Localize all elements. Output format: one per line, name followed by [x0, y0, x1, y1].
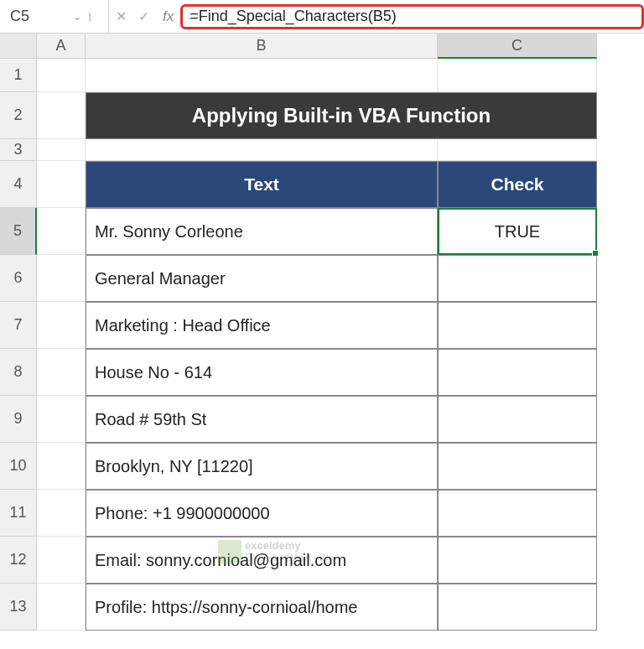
row-11: 11 Phone: +1 9900000000	[0, 490, 644, 537]
row-9: 9 Road # 59th St	[0, 396, 644, 443]
cell-c13[interactable]	[438, 584, 597, 631]
header-text[interactable]: Text	[86, 161, 438, 208]
cell-a8[interactable]	[37, 349, 86, 396]
row-header-4[interactable]: 4	[0, 161, 37, 208]
cell-c12[interactable]	[438, 537, 597, 584]
cell-a11[interactable]	[37, 490, 86, 537]
cell-a7[interactable]	[37, 302, 86, 349]
data-text-0: Mr. Sonny Corleone	[95, 222, 243, 241]
cell-a6[interactable]	[37, 255, 86, 302]
cell-c5[interactable]: TRUE	[438, 208, 597, 255]
data-text-8: Profile: https://sonny-cornioal/home	[95, 598, 358, 617]
row-8: 8 House No - 614	[0, 349, 644, 396]
name-box-dropdown-icon[interactable]: ⌄	[73, 11, 81, 23]
cell-c8[interactable]	[438, 349, 597, 396]
header-check[interactable]: Check	[438, 161, 597, 208]
row-7: 7 Marketing : Head Office	[0, 302, 644, 349]
cell-c6[interactable]	[438, 255, 597, 302]
formula-text: =Find_Special_Characters(B5)	[190, 8, 397, 25]
data-text-5: Brooklyn, NY [11220]	[95, 457, 253, 476]
rows-container: 1 2 Applying Built-in VBA Function 3 4 T…	[0, 59, 644, 631]
data-text-2: Marketing : Head Office	[95, 316, 271, 335]
data-check-0: TRUE	[495, 222, 540, 241]
cell-b7[interactable]: Marketing : Head Office	[86, 302, 438, 349]
cell-b5[interactable]: Mr. Sonny Corleone	[86, 208, 438, 255]
header-text-label: Text	[244, 174, 279, 195]
row-header-8[interactable]: 8	[0, 349, 37, 396]
row-header-6[interactable]: 6	[0, 255, 37, 302]
row-header-1[interactable]: 1	[0, 59, 37, 92]
data-text-3: House No - 614	[95, 363, 212, 382]
row-header-12[interactable]: 12	[0, 537, 37, 584]
row-header-2[interactable]: 2	[0, 92, 37, 139]
page-title: Applying Built-in VBA Function	[192, 104, 491, 127]
row-header-5[interactable]: 5	[0, 208, 37, 255]
cell-c7[interactable]	[438, 302, 597, 349]
row-12: 12 Email: sonny.cornioal@gmail.com	[0, 537, 644, 584]
spreadsheet-grid: A B C 1 2 Applying Built-in VBA Function…	[0, 34, 644, 631]
fill-handle[interactable]	[592, 250, 599, 257]
cell-a10[interactable]	[37, 443, 86, 490]
row-6: 6 General Manager	[0, 255, 644, 302]
select-all-corner[interactable]	[0, 34, 37, 59]
cell-b1[interactable]	[86, 59, 438, 92]
cell-a13[interactable]	[37, 584, 86, 631]
row-header-9[interactable]: 9	[0, 396, 37, 443]
data-text-4: Road # 59th St	[95, 410, 206, 429]
cell-b12[interactable]: Email: sonny.cornioal@gmail.com	[86, 537, 438, 584]
cell-b10[interactable]: Brooklyn, NY [11220]	[86, 443, 438, 490]
data-text-6: Phone: +1 9900000000	[95, 504, 270, 523]
cancel-icon[interactable]: ✕	[116, 8, 127, 24]
header-check-label: Check	[491, 174, 543, 195]
cell-b11[interactable]: Phone: +1 9900000000	[86, 490, 438, 537]
cell-c3[interactable]	[438, 139, 597, 161]
row-2: 2 Applying Built-in VBA Function	[0, 92, 644, 139]
data-text-7: Email: sonny.cornioal@gmail.com	[95, 551, 346, 570]
name-box-divider-icon: ⁞	[88, 10, 91, 23]
row-header-13[interactable]: 13	[0, 584, 37, 631]
cell-b6[interactable]: General Manager	[86, 255, 438, 302]
fx-icon[interactable]: fx	[156, 8, 180, 25]
name-box-value: C5	[10, 8, 29, 25]
enter-icon[interactable]: ✓	[138, 8, 149, 24]
column-headers-row: A B C	[0, 34, 644, 59]
cell-a4[interactable]	[37, 161, 86, 208]
row-13: 13 Profile: https://sonny-cornioal/home	[0, 584, 644, 631]
name-box[interactable]: C5 ⌄ ⁞	[0, 0, 109, 33]
cell-c9[interactable]	[438, 396, 597, 443]
row-4: 4 Text Check	[0, 161, 644, 208]
row-header-11[interactable]: 11	[0, 490, 37, 537]
row-1: 1	[0, 59, 644, 92]
row-10: 10 Brooklyn, NY [11220]	[0, 443, 644, 490]
cell-c10[interactable]	[438, 443, 597, 490]
cell-a5[interactable]	[37, 208, 86, 255]
col-header-b[interactable]: B	[86, 34, 438, 59]
col-header-c[interactable]: C	[438, 34, 597, 59]
row-header-7[interactable]: 7	[0, 302, 37, 349]
formula-bar: C5 ⌄ ⁞ ✕ ✓ fx =Find_Special_Characters(B…	[0, 0, 644, 34]
row-3: 3	[0, 139, 644, 161]
cell-b3[interactable]	[86, 139, 438, 161]
cell-b13[interactable]: Profile: https://sonny-cornioal/home	[86, 584, 438, 631]
col-header-a[interactable]: A	[37, 34, 86, 59]
cell-c1[interactable]	[438, 59, 597, 92]
cell-b9[interactable]: Road # 59th St	[86, 396, 438, 443]
cell-b8[interactable]: House No - 614	[86, 349, 438, 396]
formula-input[interactable]: =Find_Special_Characters(B5)	[180, 4, 644, 29]
formula-controls: ✕ ✓	[109, 8, 156, 24]
cell-a3[interactable]	[37, 139, 86, 161]
data-text-1: General Manager	[95, 269, 226, 288]
cell-a1[interactable]	[37, 59, 86, 92]
cell-a9[interactable]	[37, 396, 86, 443]
row-header-10[interactable]: 10	[0, 443, 37, 490]
row-header-3[interactable]: 3	[0, 139, 37, 161]
cell-a12[interactable]	[37, 537, 86, 584]
row-5: 5 Mr. Sonny Corleone TRUE	[0, 208, 644, 255]
cell-c11[interactable]	[438, 490, 597, 537]
cell-a2[interactable]	[37, 92, 86, 139]
title-cell[interactable]: Applying Built-in VBA Function	[86, 92, 597, 139]
